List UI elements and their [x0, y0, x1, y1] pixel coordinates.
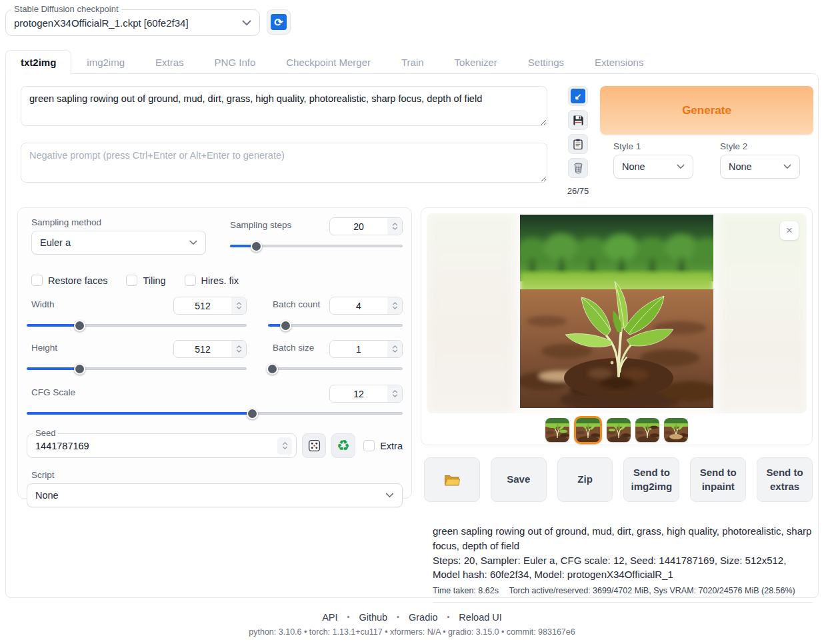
- paste-params-button[interactable]: ↙: [568, 86, 588, 106]
- zip-button[interactable]: Zip: [557, 457, 613, 502]
- style2-dropdown[interactable]: None: [720, 155, 800, 179]
- folder-icon: [444, 473, 460, 487]
- width-numbox: [173, 297, 247, 315]
- batch-count-slider[interactable]: [268, 320, 403, 331]
- height-input[interactable]: [174, 344, 231, 355]
- thumbnail-1[interactable]: [545, 418, 569, 442]
- refresh-checkpoint-button[interactable]: ⟳: [267, 9, 291, 35]
- send-to-img2img-button[interactable]: Send to img2img: [623, 457, 679, 502]
- batch-size-slider[interactable]: [268, 363, 403, 374]
- cfg-input[interactable]: [330, 389, 387, 399]
- style1-label: Style 1: [613, 141, 693, 151]
- seed-input[interactable]: [35, 441, 277, 451]
- close-image-button[interactable]: ×: [780, 221, 799, 240]
- tab-train[interactable]: Train: [386, 50, 439, 75]
- extra-seed-checkbox[interactable]: Extra: [363, 440, 403, 451]
- floppy-icon: [572, 114, 585, 127]
- save-style-button[interactable]: [568, 110, 588, 130]
- checkbox-icon: [185, 275, 196, 286]
- cfg-slider[interactable]: [27, 408, 403, 419]
- info-params-text: Steps: 20, Sampler: Euler a, CFG scale: …: [433, 553, 813, 583]
- chevron-down-icon: [242, 20, 251, 26]
- sampling-steps-slider[interactable]: [230, 241, 403, 251]
- batch-count-label: Batch count: [273, 299, 320, 309]
- bullet-separator: •: [397, 613, 399, 621]
- sampling-steps-input[interactable]: [330, 221, 387, 232]
- batch-size-block: Batch size: [268, 340, 403, 374]
- width-label: Width: [31, 299, 55, 309]
- style1-dropdown[interactable]: None: [613, 155, 693, 179]
- prompt-input[interactable]: green sapling rowing out of ground, mud,…: [21, 86, 547, 126]
- stepper-arrows[interactable]: [231, 341, 246, 357]
- tab-img2img[interactable]: img2img: [71, 50, 140, 75]
- thumbnail-3[interactable]: [607, 418, 631, 442]
- tab-txt2img[interactable]: txt2img: [5, 50, 71, 75]
- tab-tokenizer[interactable]: Tokenizer: [439, 50, 513, 75]
- tab-bar: txt2img img2img Extras PNG Info Checkpoi…: [5, 50, 659, 75]
- batch-size-input[interactable]: [330, 344, 387, 355]
- footer: API•Github•Gradio•Reload UI python: 3.10…: [0, 612, 824, 637]
- tab-checkpoint-merger[interactable]: Checkpoint Merger: [271, 50, 386, 75]
- refresh-icon: ⟳: [271, 14, 287, 30]
- width-input[interactable]: [174, 301, 231, 311]
- hires-fix-checkbox[interactable]: Hires. fix: [185, 275, 239, 286]
- reuse-seed-button[interactable]: ♻: [331, 433, 355, 458]
- clear-prompt-button[interactable]: [568, 158, 588, 178]
- bullet-separator: •: [447, 613, 450, 621]
- stepper-arrows[interactable]: [387, 218, 402, 235]
- restore-faces-checkbox[interactable]: Restore faces: [31, 275, 107, 286]
- thumbnail-4[interactable]: [635, 418, 659, 442]
- trash-icon: [573, 162, 584, 174]
- batch-count-input[interactable]: [330, 301, 387, 311]
- send-to-inpaint-button[interactable]: Send to inpaint: [690, 457, 746, 502]
- bullet-separator: •: [347, 613, 350, 621]
- apply-style-button[interactable]: [568, 134, 588, 154]
- sampling-method-block: Sampling method Euler a: [27, 217, 207, 255]
- footer-link-reload-ui[interactable]: Reload UI: [459, 612, 501, 623]
- thumbnail-5[interactable]: [664, 418, 688, 442]
- batch-count-block: Batch count: [268, 297, 403, 331]
- stepper-arrows[interactable]: [387, 385, 402, 402]
- negative-prompt-input[interactable]: [21, 143, 547, 183]
- sampling-steps-block: Sampling steps: [207, 217, 403, 255]
- width-slider[interactable]: [27, 320, 247, 331]
- height-slider[interactable]: [27, 363, 247, 374]
- send-to-extras-button[interactable]: Send to extras: [757, 457, 813, 502]
- stepper-arrows[interactable]: [387, 297, 402, 314]
- tab-png-info[interactable]: PNG Info: [199, 50, 271, 75]
- height-numbox: [173, 340, 247, 358]
- tab-extensions[interactable]: Extensions: [579, 50, 659, 75]
- footer-link-github[interactable]: Github: [359, 612, 387, 623]
- cfg-numbox: [329, 385, 403, 403]
- generation-params-panel: Sampling method Euler a Sampling steps: [17, 207, 412, 499]
- stepper-arrows[interactable]: [231, 297, 246, 314]
- cfg-label: CFG Scale: [31, 387, 75, 397]
- script-dropdown[interactable]: None: [27, 483, 403, 507]
- thumbnail-2-selected[interactable]: [574, 416, 602, 444]
- seed-row-wrap: Seed: [27, 433, 403, 458]
- paste-arrow-icon: ↙: [571, 89, 585, 103]
- sampling-method-dropdown[interactable]: Euler a: [31, 231, 206, 255]
- tiling-checkbox[interactable]: Tiling: [126, 275, 165, 286]
- app-root: Stable Diffusion checkpoint protogenX34O…: [0, 0, 824, 644]
- sampling-method-value: Euler a: [40, 237, 71, 248]
- open-folder-button[interactable]: [424, 457, 480, 502]
- random-seed-button[interactable]: [302, 433, 326, 458]
- blurred-side-image: [719, 213, 807, 413]
- cfg-block: CFG Scale: [27, 385, 403, 419]
- chevron-down-icon: [783, 164, 791, 169]
- stepper-arrows[interactable]: [277, 437, 292, 455]
- tab-settings[interactable]: Settings: [513, 50, 579, 75]
- batch-count-numbox: [329, 297, 403, 315]
- prompt-tools-column: ↙: [568, 86, 588, 196]
- footer-link-api[interactable]: API: [322, 612, 337, 623]
- generated-image[interactable]: [520, 215, 713, 408]
- footer-link-gradio[interactable]: Gradio: [409, 612, 438, 623]
- generate-button[interactable]: Generate: [600, 86, 813, 135]
- checkpoint-label: Stable Diffusion checkpoint: [11, 4, 121, 14]
- tab-extras[interactable]: Extras: [140, 50, 199, 75]
- batch-size-label: Batch size: [273, 343, 314, 353]
- token-counter: 26/75: [567, 186, 589, 196]
- stepper-arrows[interactable]: [387, 341, 402, 357]
- save-button[interactable]: Save: [491, 457, 547, 502]
